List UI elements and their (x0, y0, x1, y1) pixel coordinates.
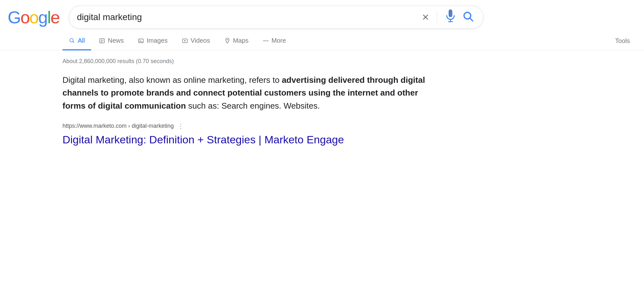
nav-item-news[interactable]: News (92, 32, 130, 50)
search-input[interactable] (77, 12, 417, 22)
result-options-icon[interactable]: ⋮ (178, 122, 184, 130)
nav-item-tools[interactable]: Tools (609, 32, 636, 50)
nav-item-videos-label: Videos (191, 37, 210, 44)
snippet-intro: Digital marketing, also known as online … (62, 75, 282, 85)
snippet-outro: such as: Search engines. Websites. (186, 101, 320, 111)
svg-marker-17 (184, 40, 186, 41)
svg-point-20 (265, 40, 266, 41)
nav-bar: All News Images (0, 32, 644, 50)
header: Google ✕ (0, 0, 644, 32)
results-container: About 2,860,000,000 results (0.70 second… (0, 50, 446, 154)
result-title-link[interactable]: Digital Marketing: Definition + Strategi… (62, 133, 344, 146)
svg-rect-2 (451, 10, 452, 17)
voice-icon[interactable] (443, 8, 457, 26)
svg-point-19 (263, 40, 264, 41)
microphone-icon (445, 10, 456, 24)
logo-letter-g: G (8, 7, 20, 27)
nav-item-videos[interactable]: Videos (175, 32, 216, 50)
logo-letter-o1: o (20, 7, 29, 27)
results-count: About 2,860,000,000 results (0.70 second… (62, 58, 439, 65)
nav-item-maps[interactable]: Maps (218, 32, 255, 50)
search-nav-icon (69, 38, 75, 44)
search-button[interactable] (461, 10, 475, 25)
logo-letter-l: l (47, 7, 50, 27)
maps-icon (224, 38, 231, 44)
nav-item-all[interactable]: All (62, 32, 91, 50)
nav-item-more-label: More (272, 37, 286, 44)
svg-point-18 (227, 39, 228, 40)
news-icon (99, 38, 105, 44)
logo-letter-g2: g (38, 7, 47, 27)
search-bar[interactable]: ✕ (69, 6, 483, 29)
svg-line-8 (73, 41, 74, 43)
clear-icon[interactable]: ✕ (421, 11, 430, 24)
svg-rect-1 (449, 10, 450, 17)
google-logo[interactable]: Google (8, 7, 59, 27)
nav-item-images-label: Images (147, 37, 168, 44)
url-text: https://www.marketo.com › digital-market… (62, 123, 174, 129)
snippet-text: Digital marketing, also known as online … (62, 74, 439, 112)
nav-item-more[interactable]: More (256, 32, 293, 50)
images-icon (138, 38, 144, 44)
more-dots-icon (263, 38, 269, 44)
logo-letter-e: e (50, 7, 59, 27)
videos-icon (182, 38, 188, 44)
nav-item-images[interactable]: Images (131, 32, 174, 50)
result-url: https://www.marketo.com › digital-market… (62, 122, 439, 130)
search-divider (437, 11, 437, 23)
nav-item-maps-label: Maps (233, 37, 249, 44)
svg-point-15 (140, 40, 141, 41)
nav-item-all-label: All (78, 37, 85, 44)
svg-line-6 (470, 18, 472, 21)
logo-letter-o2: o (29, 7, 38, 27)
nav-item-news-label: News (108, 37, 124, 44)
nav-tools-label: Tools (615, 37, 630, 44)
svg-point-21 (267, 40, 268, 41)
search-icon (463, 11, 474, 22)
